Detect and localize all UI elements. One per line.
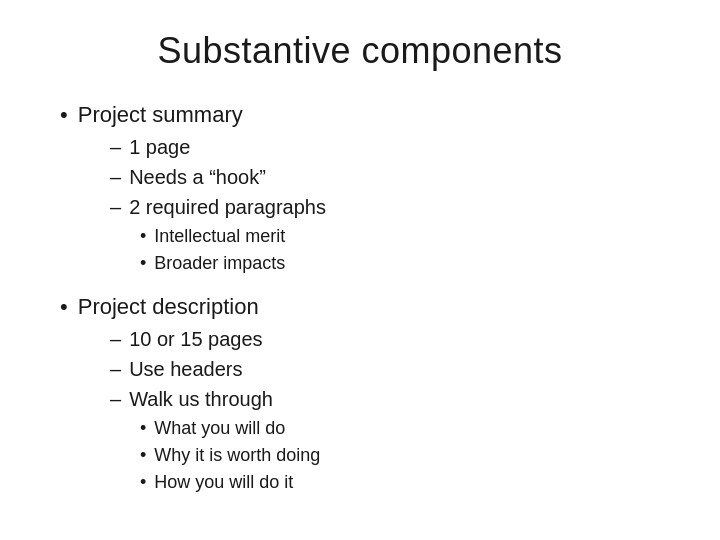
sub-text-1page: 1 page	[129, 133, 190, 162]
sub-dash-walk: –	[110, 385, 121, 414]
sub-sub-text-how: How you will do it	[154, 469, 293, 495]
sub-item-paragraphs: – 2 required paragraphs	[110, 193, 660, 222]
bullet-dot-description: •	[60, 292, 68, 323]
sub-sub-dot-2: •	[140, 250, 146, 276]
sub-sub-item-why: • Why it is worth doing	[140, 442, 660, 468]
sub-sub-item-broader: • Broader impacts	[140, 250, 660, 276]
sub-item-walk: – Walk us through	[110, 385, 660, 414]
sub-item-headers: – Use headers	[110, 355, 660, 384]
sub-text-walk: Walk us through	[129, 385, 273, 414]
sub-sub-dot-how: •	[140, 469, 146, 495]
sub-text-headers: Use headers	[129, 355, 242, 384]
sub-item-pages: – 10 or 15 pages	[110, 325, 660, 354]
sub-dash-1: –	[110, 133, 121, 162]
slide: Substantive components • Project summary…	[0, 0, 720, 540]
bullet-main-summary: • Project summary	[60, 100, 660, 131]
sub-sub-text-intellectual: Intellectual merit	[154, 223, 285, 249]
content-area: • Project summary – 1 page – Needs a “ho…	[60, 100, 660, 495]
sub-sub-item-how: • How you will do it	[140, 469, 660, 495]
sub-item-hook: – Needs a “hook”	[110, 163, 660, 192]
sub-sub-dot-why: •	[140, 442, 146, 468]
sub-sub-dot-what: •	[140, 415, 146, 441]
summary-sub-list: – 1 page – Needs a “hook” – 2 required p…	[110, 133, 660, 276]
summary-sub-sub-list: • Intellectual merit • Broader impacts	[140, 223, 660, 276]
bullet-main-description: • Project description	[60, 292, 660, 323]
sub-text-paragraphs: 2 required paragraphs	[129, 193, 326, 222]
description-sub-sub-list: • What you will do • Why it is worth doi…	[140, 415, 660, 495]
bullet-project-description: • Project description – 10 or 15 pages –…	[60, 292, 660, 495]
sub-text-hook: Needs a “hook”	[129, 163, 266, 192]
sub-text-pages: 10 or 15 pages	[129, 325, 262, 354]
sub-dash-headers: –	[110, 355, 121, 384]
bullet-dot-summary: •	[60, 100, 68, 131]
bullet-text-summary: Project summary	[78, 100, 243, 131]
sub-dash-2: –	[110, 163, 121, 192]
sub-sub-dot-1: •	[140, 223, 146, 249]
sub-sub-text-why: Why it is worth doing	[154, 442, 320, 468]
sub-item-1page: – 1 page	[110, 133, 660, 162]
sub-dash-3: –	[110, 193, 121, 222]
bullet-text-description: Project description	[78, 292, 259, 323]
sub-sub-text-broader: Broader impacts	[154, 250, 285, 276]
sub-dash-pages: –	[110, 325, 121, 354]
sub-sub-item-intellectual: • Intellectual merit	[140, 223, 660, 249]
bullet-project-summary: • Project summary – 1 page – Needs a “ho…	[60, 100, 660, 276]
sub-sub-text-what: What you will do	[154, 415, 285, 441]
sub-sub-item-what: • What you will do	[140, 415, 660, 441]
slide-title: Substantive components	[60, 30, 660, 72]
description-sub-list: – 10 or 15 pages – Use headers – Walk us…	[110, 325, 660, 495]
